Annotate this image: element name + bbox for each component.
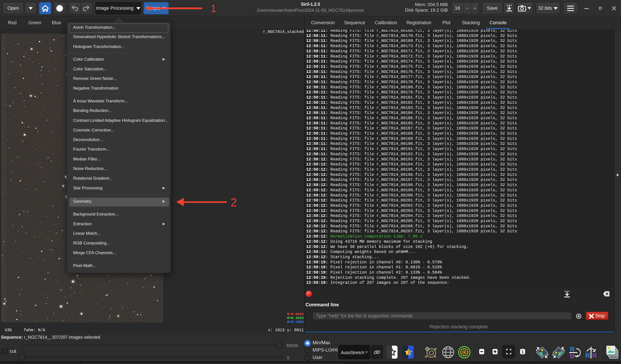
svg-text:R: R — [585, 352, 590, 359]
svg-text:R: R — [592, 352, 597, 359]
svg-text:2: 2 — [231, 197, 237, 208]
svg-text:R: R — [570, 352, 574, 359]
svg-text:R: R — [570, 346, 574, 353]
svg-text:1: 1 — [211, 4, 216, 13]
